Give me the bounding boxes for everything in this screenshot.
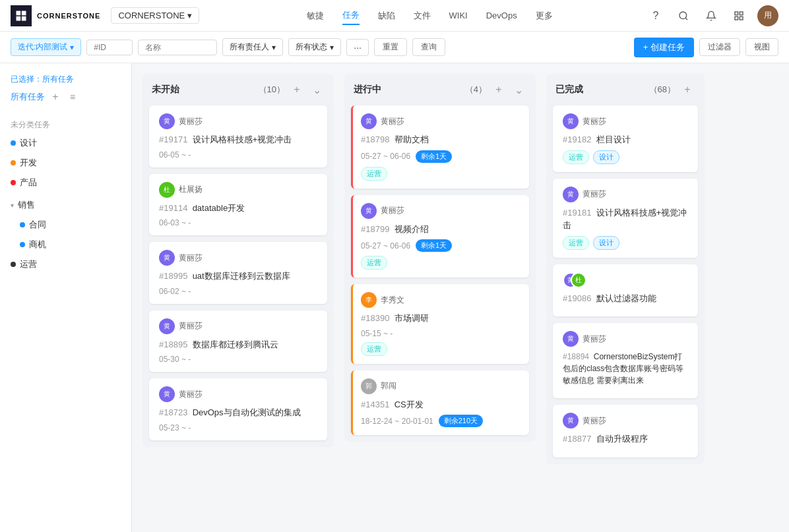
tag-design-19182: 设计 [593, 150, 619, 164]
card-18995: 黄 黄丽莎 #18995 uat数据库迁移到云数据库 06-02 ~ - [149, 242, 327, 304]
col-add-completed[interactable]: + [679, 82, 695, 98]
avatar-18798: 黄 [361, 113, 377, 129]
owner-label: 所有责任人 [230, 42, 269, 53]
sidebar-item-contract[interactable]: 合同 [0, 215, 131, 235]
name-filter-input[interactable] [138, 40, 217, 55]
date-18723: 05-23 ~ - [159, 423, 319, 432]
iteration-selector[interactable]: 迭代:内部测试 ▾ [11, 38, 81, 56]
sidebar-item-operations[interactable]: 运营 [0, 254, 131, 274]
nav-link-file[interactable]: 文件 [414, 7, 431, 24]
sidebar-add-button[interactable]: + [49, 90, 62, 103]
avatar2-19086: 杜 [571, 272, 586, 288]
col-cards-not-started: 黄 黄丽莎 #19171 设计风格科技感+视觉冲击 06-05 ~ - 杜 杜展… [142, 105, 334, 447]
svg-rect-2 [735, 12, 738, 15]
date-19114: 06-03 ~ - [159, 218, 319, 227]
card-19181: 黄 黄丽莎 #19181 设计风格科技感+视觉冲击 运营 设计 [553, 179, 698, 258]
user-avatar[interactable]: 用 [757, 5, 778, 26]
sidebar-item-opportunity[interactable]: 商机 [0, 235, 131, 254]
nav-app-selector[interactable]: CORNERSTONE ▾ [111, 7, 199, 24]
username-19182: 黄丽莎 [583, 116, 606, 127]
date-18390: 05-15 ~ - [361, 329, 521, 338]
sales-chevron: ▾ [11, 202, 14, 209]
view-button[interactable]: 视图 [745, 38, 778, 56]
owner-selector[interactable]: 所有责任人 ▾ [222, 38, 283, 56]
title-18895: #18895 数据库都迁移到腾讯云 [159, 338, 319, 351]
username-18799: 黄丽莎 [381, 205, 404, 216]
col-count-in-progress: （4） [465, 84, 487, 96]
col-title-in-progress: 进行中 [354, 84, 461, 96]
nav-app-chevron: ▾ [187, 11, 192, 20]
badge-18798: 剩余1天 [416, 150, 452, 163]
nav-link-agile[interactable]: 敏捷 [307, 7, 324, 24]
username-18894: 黄丽莎 [583, 334, 606, 345]
create-task-button[interactable]: + 创建任务 [634, 38, 694, 57]
title-19114: #19114 datatable开发 [159, 202, 319, 215]
search-icon[interactable] [674, 7, 693, 25]
col-title-completed: 已完成 [555, 84, 645, 96]
column-in-progress: 进行中 （4） + ⌄ 黄 黄丽莎 #18798 帮助文档 [344, 74, 536, 442]
card-18798: 黄 黄丽莎 #18798 帮助文档 05-27 ~ 06-06 剩余1天 运营 [351, 105, 529, 189]
nav-link-bug[interactable]: 缺陷 [378, 7, 395, 24]
owner-chevron: ▾ [272, 43, 276, 52]
status-selector[interactable]: 所有状态 ▾ [288, 38, 341, 56]
nav-links: 敏捷 任务 缺陷 文件 WIKI DevOps 更多 [218, 7, 641, 25]
sidebar-list-button[interactable]: ≡ [66, 90, 79, 103]
design-dot [11, 140, 16, 146]
col-count-not-started: （10） [259, 84, 285, 96]
help-icon[interactable]: ? [647, 7, 665, 25]
title-19171: #19171 设计风格科技感+视觉冲击 [159, 133, 319, 146]
more-filters-button[interactable]: ··· [346, 39, 369, 56]
date-18995: 06-02 ~ - [159, 287, 319, 296]
nav-link-task[interactable]: 任务 [342, 7, 360, 25]
filter-bar: 迭代:内部测试 ▾ 所有责任人 ▾ 所有状态 ▾ ··· 重置 查询 + 创建任… [0, 32, 789, 63]
query-button[interactable]: 查询 [412, 38, 445, 56]
avatar-18799: 黄 [361, 203, 377, 219]
sidebar-all-tasks[interactable]: 所有任务 [11, 91, 45, 103]
username-18798: 黄丽莎 [381, 116, 404, 127]
reset-button[interactable]: 重置 [374, 38, 407, 56]
col-add-in-progress[interactable]: + [491, 82, 507, 98]
avatar-18895: 黄 [159, 318, 175, 334]
sidebar-item-design[interactable]: 设计 [0, 133, 131, 153]
title-19086: #19086 默认过滤器功能 [563, 292, 690, 305]
card-18799: 黄 黄丽莎 #18799 视频介绍 05-27 ~ 06-06 剩余1天 运营 [351, 195, 529, 278]
avatar-14351: 郭 [361, 378, 377, 394]
badge-18799: 剩余1天 [416, 239, 452, 252]
bell-icon[interactable] [702, 7, 720, 25]
card-19086: 黄 杜 #19086 默认过滤器功能 [553, 264, 698, 317]
avatar-18894: 黄 [563, 331, 579, 347]
col-add-not-started[interactable]: + [289, 82, 305, 98]
id-filter-input[interactable] [86, 40, 133, 55]
nav-link-more[interactable]: 更多 [536, 7, 553, 24]
avatar-18877: 黄 [563, 413, 579, 429]
username-19171: 黄丽莎 [179, 116, 203, 127]
logo-box: CORNERSTONE [11, 5, 100, 26]
nav-link-wiki[interactable]: WIKI [449, 8, 468, 23]
title-18390: #18390 市场调研 [361, 312, 521, 325]
tag-ops-19182: 运营 [563, 150, 589, 164]
avatar-19114: 杜 [159, 182, 175, 198]
sidebar-sales-header[interactable]: ▾ 销售 [0, 195, 131, 215]
sidebar-item-product[interactable]: 产品 [0, 173, 131, 192]
avatar-19182: 黄 [563, 113, 579, 129]
iteration-chevron: ▾ [70, 43, 74, 52]
sidebar-unclassified[interactable]: 未分类任务 [0, 117, 131, 133]
col-title-not-started: 未开始 [152, 84, 255, 96]
filter-button[interactable]: 过滤器 [699, 38, 740, 56]
col-more-in-progress[interactable]: ⌄ [511, 82, 526, 98]
tag-design-19181: 设计 [593, 236, 619, 250]
sidebar: 已选择：所有任务 所有任务 + ≡ 未分类任务 设计 开发 产品 [0, 63, 132, 532]
nav-link-devops[interactable]: DevOps [486, 8, 517, 23]
sidebar-item-dev[interactable]: 开发 [0, 153, 131, 173]
card-18723: 黄 黄丽莎 #18723 DevOps与自动化测试的集成 05-23 ~ - [149, 378, 327, 440]
column-not-started: 未开始 （10） + ⌄ 黄 黄丽莎 #19171 设计风格科技感+视觉冲击 0… [142, 74, 334, 447]
date-14351: 18-12-24 ~ 20-01-01 [361, 417, 433, 426]
opportunity-dot [20, 242, 25, 247]
main-layout: 已选择：所有任务 所有任务 + ≡ 未分类任务 设计 开发 产品 [0, 63, 789, 532]
username-14351: 郭闯 [381, 380, 396, 392]
username-18390: 李秀文 [381, 295, 404, 306]
col-more-not-started[interactable]: ⌄ [309, 82, 325, 98]
username-19114: 杜展扬 [179, 184, 203, 195]
grid-icon[interactable] [730, 7, 748, 25]
logo-icon [11, 5, 32, 26]
